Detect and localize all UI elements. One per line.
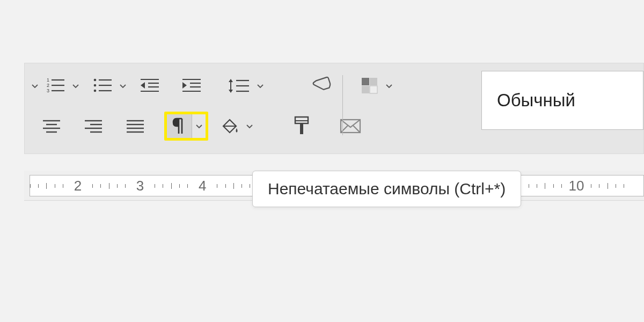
bulleted-list-button[interactable] [89,74,116,98]
align-right-button[interactable] [80,114,106,138]
align-justify-button[interactable] [122,114,148,138]
svg-rect-43 [300,123,303,134]
numbered-list-button[interactable]: 1 2 3 [42,74,69,98]
line-spacing-button[interactable] [224,74,253,98]
tooltip: Непечатаемые символы (Ctrl+*) [252,171,521,207]
fill-color-button[interactable] [216,114,243,138]
chevron-down-icon[interactable] [28,82,42,90]
svg-point-7 [94,84,97,87]
ruler-number: 10 [569,178,583,194]
svg-rect-25 [370,78,377,85]
decrease-indent-button[interactable] [136,74,163,98]
format-paint-button[interactable] [289,114,314,138]
svg-point-8 [94,90,97,92]
chevron-down-icon[interactable] [116,82,130,90]
chevron-down-icon[interactable] [192,114,206,138]
svg-rect-26 [362,86,369,93]
chevron-down-icon[interactable] [69,82,83,90]
ruler-number: 2 [71,178,85,194]
formatting-toolbar: 1 2 3 [24,63,644,154]
envelope-button[interactable] [336,114,365,138]
style-label: Обычный [497,90,575,111]
svg-text:3: 3 [47,88,49,93]
svg-point-6 [94,79,97,82]
ruler-number: 3 [133,178,147,194]
svg-rect-24 [362,78,369,85]
tooltip-text: Непечатаемые символы (Ctrl+*) [268,180,506,197]
svg-text:1: 1 [47,77,49,83]
ruler-number: 4 [195,178,209,194]
svg-rect-27 [370,86,377,93]
paragraph-style-selector[interactable]: Обычный [481,71,643,130]
pilcrow-highlighted-group [164,112,208,141]
color-grid-button[interactable] [357,74,382,98]
svg-text:2: 2 [47,83,49,88]
align-center-button[interactable] [39,114,64,138]
toolbar-separator [342,75,343,135]
chevron-down-icon[interactable] [243,122,257,130]
eraser-button[interactable] [307,74,335,98]
chevron-down-icon[interactable] [382,82,396,90]
chevron-down-icon[interactable] [253,82,267,90]
pilcrow-button[interactable] [167,114,192,138]
increase-indent-button[interactable] [178,74,205,98]
